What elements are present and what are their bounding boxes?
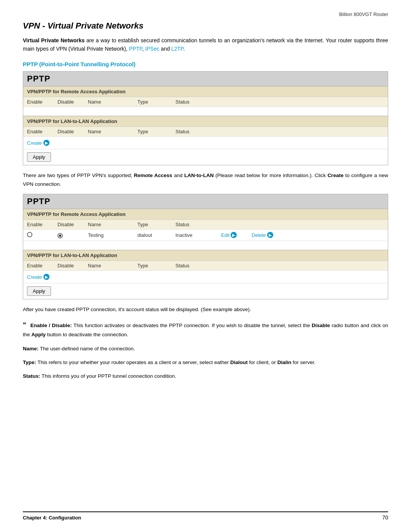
- create-bold: Create: [328, 173, 344, 178]
- quote-icon: “: [23, 321, 26, 329]
- apply-row-1: Apply: [23, 149, 388, 165]
- col-disable-1: Disable: [57, 99, 88, 105]
- col-status-2: Status: [175, 222, 221, 227]
- disable-bold: Disable: [312, 323, 330, 328]
- col-type-1: Type: [137, 99, 175, 105]
- lan-col-extra1-1: [221, 129, 252, 134]
- col-extra1-2: [221, 222, 252, 227]
- type-text: This refers to your whether your router …: [38, 359, 316, 365]
- remote-access-header-1: VPN/PPTP for Remote Access Application: [23, 86, 388, 97]
- lan-col-disable-1: Disable: [57, 129, 88, 134]
- create-row-2: Create ▶: [23, 270, 388, 283]
- lan-col-type-1: Type: [137, 129, 175, 134]
- lan-to-lan-bold: LAN-to-LAN: [184, 173, 213, 178]
- footer: Chapter 4: Configuration 70: [23, 511, 388, 521]
- apply-button-2[interactable]: Apply: [27, 286, 51, 296]
- col-status-1: Status: [175, 99, 221, 105]
- edit-label: Edit: [221, 232, 229, 238]
- lan-col-name-1: Name: [88, 129, 137, 134]
- lan-header-row-1: Enable Disable Name Type Status: [23, 126, 388, 136]
- apply-bold: Apply: [32, 332, 46, 337]
- pptp-title-1: PPTP: [23, 72, 388, 86]
- edit-link[interactable]: Edit ▶: [221, 232, 252, 238]
- remote-access-bold: Remote Access: [134, 173, 172, 178]
- name-label: Name:: [23, 346, 38, 351]
- dialin-bold: Dialin: [277, 359, 292, 365]
- radio-disable[interactable]: [57, 233, 63, 238]
- enable-disable-label: Enable / Disable:: [30, 323, 72, 328]
- lan-col-enable-1: Enable: [27, 129, 57, 134]
- lan-col-extra2-2: [252, 263, 282, 268]
- create-label-2: Create: [27, 274, 42, 280]
- status-label: Status:: [23, 373, 40, 379]
- pptp-section-heading: PPTP (Point-to-Point Tunnelling Protocol…: [23, 61, 388, 67]
- lan-col-extra1-2: [221, 263, 252, 268]
- after-text: After you have created PPTP connection, …: [23, 305, 388, 314]
- col-type-2: Type: [137, 222, 175, 227]
- create-link-1[interactable]: Create ▶: [27, 140, 49, 146]
- col-name-2: Name: [88, 222, 137, 227]
- create-arrow-icon-2: ▶: [43, 274, 49, 280]
- l2tp-link[interactable]: L2TP: [171, 46, 183, 52]
- intro-vpn-bold: Virtual Private Networks: [23, 37, 84, 43]
- lan-col-enable-2: Enable: [27, 263, 57, 268]
- disable-radio-cell[interactable]: [57, 232, 88, 238]
- pptp-table-1: PPTP VPN/PPTP for Remote Access Applicat…: [23, 71, 388, 166]
- footer-page: 70: [382, 514, 388, 521]
- lan-col-type-2: Type: [137, 263, 175, 268]
- name-desc: Name: The user-defined name of the conne…: [23, 345, 388, 353]
- create-row-1: Create ▶: [23, 136, 388, 149]
- radio-enable[interactable]: [27, 232, 32, 237]
- pptp-title-2: PPTP: [23, 194, 388, 209]
- intro-end-text: .: [183, 46, 185, 52]
- pptp-table-2: PPTP VPN/PPTP for Remote Access Applicat…: [23, 194, 388, 300]
- delete-label: Delete: [252, 232, 266, 238]
- page-title: VPN - Virtual Private Networks: [23, 21, 388, 31]
- status-desc: Status: This informs you of your PPTP tu…: [23, 372, 388, 380]
- enable-disable-desc: “ Enable / Disable: This function activa…: [23, 320, 388, 339]
- lan-header-row-2: Enable Disable Name Type Status: [23, 260, 388, 270]
- col-extra2-1: [252, 99, 282, 105]
- ipsec-link[interactable]: IPSec: [145, 46, 159, 52]
- apply-row-2: Apply: [23, 283, 388, 299]
- create-arrow-icon-1: ▶: [43, 140, 49, 146]
- type-label: Type:: [23, 359, 36, 365]
- lan-col-status-2: Status: [175, 263, 221, 268]
- col-enable-2: Enable: [27, 222, 57, 227]
- apply-button-1[interactable]: Apply: [27, 152, 51, 162]
- lan-col-status-1: Status: [175, 129, 221, 134]
- remote-header-row-2: Enable Disable Name Type Status: [23, 219, 388, 229]
- row-type: dialout: [137, 232, 175, 238]
- pptp-link[interactable]: PPTP: [129, 46, 142, 52]
- delete-arrow-icon: ▶: [267, 232, 273, 238]
- lan-col-extra2-1: [252, 129, 282, 134]
- enable-radio-cell[interactable]: [27, 232, 57, 238]
- col-extra1-1: [221, 99, 252, 105]
- remote-empty-row-1: [23, 107, 388, 116]
- status-text: This informs you of your PPTP tunnel con…: [41, 373, 176, 379]
- lan-col-name-2: Name: [88, 263, 137, 268]
- intro-and-text: and: [159, 46, 171, 52]
- edit-arrow-icon: ▶: [231, 232, 237, 238]
- lan-col-disable-2: Disable: [57, 263, 88, 268]
- delete-link[interactable]: Delete ▶: [252, 232, 282, 238]
- between-text: There are two types of PPTP VPN's suppor…: [23, 171, 388, 189]
- brand-label: Billion 800VGT Router: [23, 11, 388, 17]
- remote-access-header-2: VPN/PPTP for Remote Access Application: [23, 209, 388, 219]
- lan-header-2: VPN/PPTP for LAN-to-LAN Application: [23, 250, 388, 260]
- dialout-bold: Dialout: [230, 359, 248, 365]
- enable-disable-text: This function activates or deactivates t…: [23, 323, 388, 338]
- create-link-2[interactable]: Create ▶: [27, 274, 49, 280]
- create-label-1: Create: [27, 140, 42, 146]
- name-text: The user-defined name of the connection.: [40, 346, 135, 351]
- col-enable-1: Enable: [27, 99, 57, 105]
- radio-disable-inner: [59, 235, 61, 237]
- type-desc: Type: This refers to your whether your r…: [23, 358, 388, 367]
- row-name: Testing: [88, 232, 137, 238]
- table-row: Testing dialout Inactive Edit ▶ Delete ▶: [23, 229, 388, 241]
- col-extra2-2: [252, 222, 282, 227]
- intro-paragraph: Virtual Private Networks are a way to es…: [23, 36, 388, 53]
- col-disable-2: Disable: [57, 222, 88, 227]
- lan-header-1: VPN/PPTP for LAN-to-LAN Application: [23, 116, 388, 126]
- remote-empty-row-2: [23, 241, 388, 250]
